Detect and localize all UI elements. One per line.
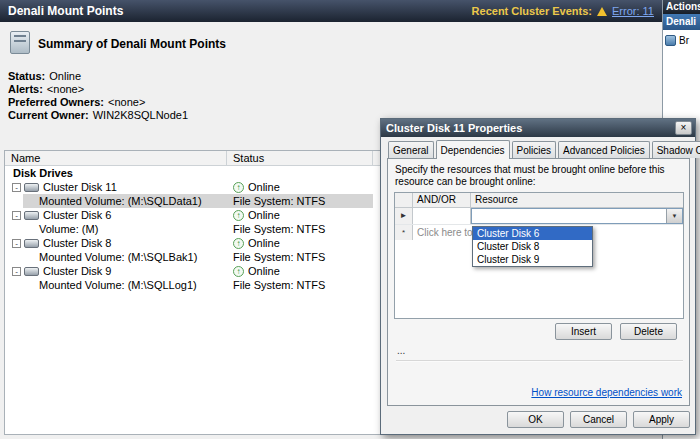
dialog-title: Cluster Disk 11 Properties: [386, 122, 522, 134]
field-current-owner: Current Owner:WIN2K8SQLNode1: [8, 109, 188, 122]
field-alerts: Alerts:<none>: [8, 83, 188, 96]
cluster-disk-properties-dialog: Cluster Disk 11 Properties × General Dep…: [380, 118, 696, 435]
error-count-link[interactable]: Error: 11: [612, 5, 654, 17]
online-status-icon: ↑: [233, 238, 244, 249]
summary-fields: Status:Online Alerts:<none> Preferred Ow…: [8, 70, 188, 122]
resource-status: File System: NTFS: [233, 195, 325, 207]
andor-cell[interactable]: [413, 208, 471, 224]
dependencies-help-link[interactable]: How resource dependencies work: [531, 387, 682, 398]
resource-status: Online: [248, 209, 280, 221]
ok-button[interactable]: OK: [507, 411, 564, 428]
actions-group-denali[interactable]: Denali: [663, 14, 700, 30]
resource-name: Cluster Disk 11: [43, 181, 117, 193]
tab-shadow-copies[interactable]: Shadow Copies: [652, 141, 700, 158]
resource-dropdown-list: Cluster Disk 6 Cluster Disk 8 Cluster Di…: [472, 226, 593, 267]
tab-dependencies[interactable]: Dependencies: [436, 140, 510, 159]
ellipsis-text: ...: [397, 345, 405, 356]
summary-icon: [10, 31, 30, 54]
disk-icon: [24, 183, 39, 192]
grid-column-resource: Resource: [471, 193, 683, 207]
disk-icon: [24, 211, 39, 220]
dependencies-tab-page: Specify the resources that must be broug…: [387, 158, 690, 406]
tab-policies[interactable]: Policies: [512, 141, 556, 158]
apply-button[interactable]: Apply: [633, 411, 690, 428]
disk-icon: [24, 267, 39, 276]
row-selector-icon: ►: [395, 208, 413, 224]
collapse-icon[interactable]: -: [12, 239, 21, 248]
online-status-icon: ↑: [233, 266, 244, 277]
resource-name: Volume: (M): [39, 223, 98, 235]
online-status-icon: ↑: [233, 210, 244, 221]
resource-name: Mounted Volume: (M:\SQLBak1): [39, 251, 197, 263]
resource-status: File System: NTFS: [233, 223, 325, 235]
action-item-label: Br: [679, 35, 689, 46]
grid-selector-header: [395, 193, 413, 207]
column-header-name[interactable]: Name: [5, 151, 227, 165]
resource-name: Mounted Volume: (M:\SQLData1): [39, 195, 202, 207]
resource-status: File System: NTFS: [233, 251, 325, 263]
resource-status: Online: [248, 237, 280, 249]
chevron-down-icon[interactable]: ▼: [666, 209, 682, 223]
grid-edit-row: ► ▼: [395, 208, 683, 225]
resource-name: Mounted Volume: (M:\SQLLog1): [39, 279, 197, 291]
field-status: Status:Online: [8, 70, 188, 83]
grid-column-andor: AND/OR: [413, 193, 471, 207]
dependencies-grid: AND/OR Resource ► ▼ * Click here t: [394, 192, 684, 319]
collapse-icon[interactable]: -: [12, 267, 21, 276]
tab-advanced-policies[interactable]: Advanced Policies: [558, 141, 650, 158]
resource-name: Cluster Disk 8: [43, 237, 111, 249]
collapse-icon[interactable]: -: [12, 183, 21, 192]
dialog-titlebar[interactable]: Cluster Disk 11 Properties ×: [381, 119, 695, 137]
events-label: Recent Cluster Events:: [472, 5, 592, 17]
dialog-tabs: General Dependencies Policies Advanced P…: [388, 141, 700, 159]
collapse-icon[interactable]: -: [12, 211, 21, 220]
close-icon[interactable]: ×: [675, 121, 692, 135]
warning-icon: [597, 7, 607, 16]
resource-name: Cluster Disk 9: [43, 265, 111, 277]
actions-pane-title: Actions: [663, 0, 700, 14]
separator: [396, 360, 683, 362]
resource-status: File System: NTFS: [233, 279, 325, 291]
summary-title: Summary of Denali Mount Points: [38, 37, 226, 51]
insert-button[interactable]: Insert: [555, 323, 612, 340]
tab-general[interactable]: General: [388, 141, 434, 158]
cancel-button[interactable]: Cancel: [570, 411, 627, 428]
grid-header: AND/OR Resource: [395, 193, 683, 208]
dependencies-description: Specify the resources that must be broug…: [395, 164, 685, 188]
pane-header: Denali Mount Points Recent Cluster Event…: [0, 0, 662, 22]
resource-status: Online: [248, 265, 280, 277]
resource-status: Online: [248, 181, 280, 193]
combobox-value: [472, 209, 666, 223]
dropdown-item-cluster-disk-6[interactable]: Cluster Disk 6: [473, 227, 592, 240]
failover-cluster-manager-window: Denali Mount Points Recent Cluster Event…: [0, 0, 700, 439]
disk-icon: [24, 239, 39, 248]
add-row-marker-icon: *: [395, 225, 413, 240]
dropdown-item-cluster-disk-9[interactable]: Cluster Disk 9: [473, 253, 592, 266]
dropdown-item-cluster-disk-8[interactable]: Cluster Disk 8: [473, 240, 592, 253]
column-header-status[interactable]: Status: [227, 151, 373, 165]
page-title: Denali Mount Points: [8, 4, 123, 18]
action-item-icon: [665, 35, 676, 46]
online-status-icon: ↑: [233, 182, 244, 193]
recent-cluster-events: Recent Cluster Events: Error: 11: [472, 5, 654, 17]
actions-item-bring-online[interactable]: Br: [663, 30, 700, 51]
resource-name: Cluster Disk 6: [43, 209, 111, 221]
field-preferred-owners: Preferred Owners:<none>: [8, 96, 188, 109]
resource-combobox[interactable]: ▼: [471, 208, 683, 224]
delete-button[interactable]: Delete: [620, 323, 677, 340]
